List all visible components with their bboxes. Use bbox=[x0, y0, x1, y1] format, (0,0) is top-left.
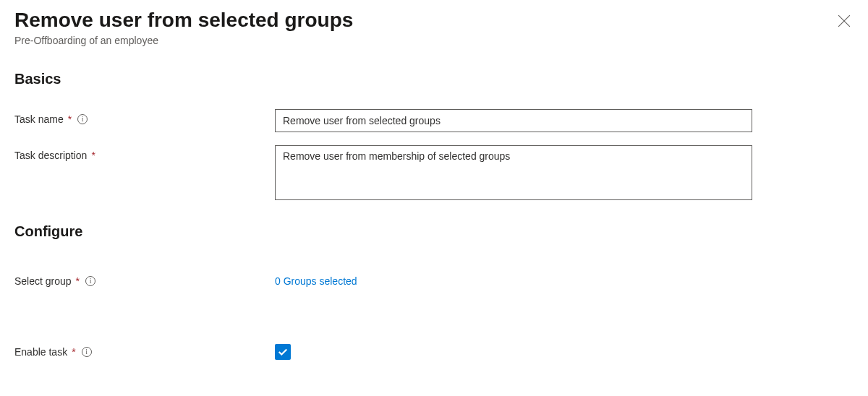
enable-task-checkbox[interactable] bbox=[275, 344, 291, 360]
enable-task-label: Enable task bbox=[14, 346, 67, 358]
info-icon[interactable]: i bbox=[77, 114, 88, 124]
select-group-link[interactable]: 0 Groups selected bbox=[275, 275, 357, 287]
page-subtitle: Pre-Offboarding of an employee bbox=[14, 35, 353, 46]
required-indicator: * bbox=[76, 275, 80, 287]
task-name-input[interactable] bbox=[275, 109, 752, 132]
task-description-input[interactable] bbox=[275, 145, 752, 200]
close-button[interactable] bbox=[835, 12, 854, 30]
close-icon bbox=[838, 14, 851, 27]
required-indicator: * bbox=[72, 346, 75, 358]
section-configure-heading: Configure bbox=[14, 223, 854, 240]
task-name-label: Task name bbox=[14, 113, 64, 125]
info-icon[interactable]: i bbox=[82, 347, 92, 357]
section-basics-heading: Basics bbox=[14, 71, 854, 87]
info-icon[interactable]: i bbox=[85, 276, 95, 286]
required-indicator: * bbox=[91, 150, 95, 161]
task-description-label: Task description bbox=[14, 150, 87, 161]
check-icon bbox=[278, 347, 288, 357]
page-title: Remove user from selected groups bbox=[14, 7, 353, 33]
select-group-label: Select group bbox=[14, 275, 72, 287]
required-indicator: * bbox=[68, 113, 72, 125]
